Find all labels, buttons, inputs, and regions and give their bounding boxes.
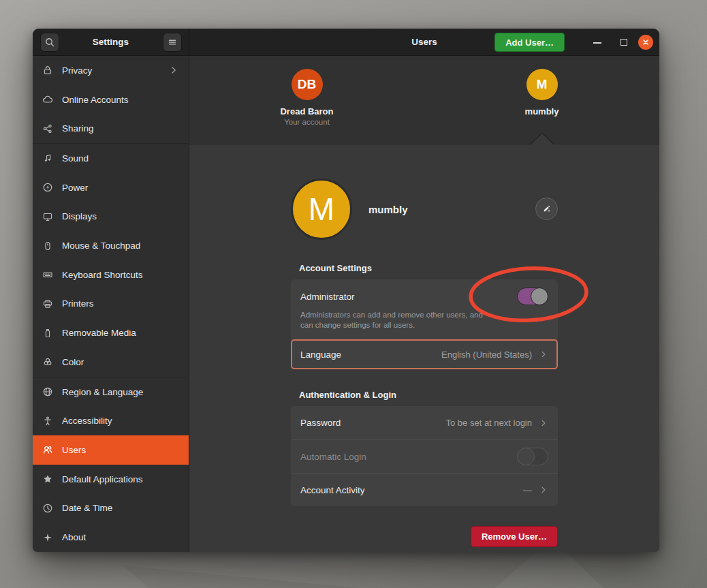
sparkle-icon [42, 532, 53, 543]
chevron-right-icon [539, 418, 548, 428]
menu-button[interactable] [163, 33, 182, 52]
search-button[interactable] [40, 33, 59, 52]
clock-icon [42, 503, 53, 514]
sidebar-item-users[interactable]: Users [33, 435, 189, 465]
automatic-login-row: Automatic Login [291, 439, 558, 473]
sidebar-item-sharing[interactable]: Sharing [33, 114, 189, 143]
display-icon [42, 211, 53, 222]
administrator-description: Administrators can add and remove other … [300, 310, 548, 330]
sidebar-item-default-applications[interactable]: Default Applications [33, 465, 189, 494]
minimize-button[interactable] [593, 42, 601, 44]
sidebar-item-label: Users [62, 445, 86, 455]
sidebar-item-label: Color [62, 357, 84, 367]
sidebar-item-mouse-touchpad[interactable]: Mouse & Touchpad [33, 231, 189, 260]
sidebar-item-removable-media[interactable]: Removable Media [33, 318, 189, 347]
carousel-user-dread-baron[interactable]: DBDread BaronYour account [189, 56, 424, 144]
sidebar-item-sound[interactable]: Sound [33, 144, 189, 173]
sidebar-item-about[interactable]: About [33, 523, 189, 552]
toggle-knob [517, 448, 535, 465]
sidebar-item-power[interactable]: Power [33, 173, 189, 202]
sidebar-item-online-accounts[interactable]: Online Accounts [33, 85, 189, 114]
titlebar-sidebar-section: Settings [33, 29, 189, 55]
sidebar-item-keyboard-shortcuts[interactable]: Keyboard Shortcuts [33, 260, 189, 290]
sidebar-item-privacy[interactable]: Privacy [33, 56, 189, 85]
power-icon [42, 182, 53, 193]
sidebar-item-label: Keyboard Shortcuts [62, 270, 143, 280]
users-icon [42, 444, 53, 455]
user-avatar[interactable]: M [291, 179, 352, 240]
account-activity-value: — [523, 485, 532, 495]
add-user-button[interactable]: Add User… [494, 33, 565, 52]
mouse-icon [42, 241, 53, 251]
avatar: M [527, 69, 558, 100]
edit-icon [541, 204, 552, 214]
sidebar-item-label: Sharing [62, 123, 94, 134]
globe-icon [42, 386, 53, 397]
toggle-knob [531, 288, 548, 305]
lock-icon [42, 65, 53, 76]
edit-name-button[interactable] [535, 198, 558, 220]
printer-icon [42, 298, 53, 309]
user-detail-panel: M mumbly Account Settings Administrator [189, 144, 659, 552]
administrator-label: Administrator [300, 292, 355, 302]
administrator-row: Administrator Administrators can add and… [291, 279, 558, 339]
account-settings-heading: Account Settings [291, 263, 558, 273]
sidebar-item-label: Privacy [62, 65, 92, 76]
star-icon [42, 474, 53, 484]
sidebar-item-color[interactable]: Color [33, 347, 189, 377]
account-activity-label: Account Activity [300, 485, 365, 495]
password-value: To be set at next login [446, 418, 532, 428]
administrator-toggle[interactable] [517, 288, 548, 305]
users-panel: DBDread BaronYour accountMmumbly M mumbl… [189, 56, 659, 552]
user-carousel: DBDread BaronYour accountMmumbly [189, 56, 659, 144]
sidebar-item-label: Online Accounts [62, 95, 129, 105]
maximize-button[interactable] [620, 39, 627, 46]
search-icon [44, 37, 55, 48]
language-row[interactable]: Language English (United States) [291, 339, 558, 369]
removable-media-icon [42, 328, 53, 339]
automatic-login-toggle[interactable] [517, 448, 548, 465]
sidebar-item-label: Sound [62, 153, 89, 164]
sidebar-item-label: Power [62, 183, 88, 193]
password-label: Password [300, 418, 341, 428]
chevron-right-icon [539, 350, 548, 359]
carousel-user-subtitle: Your account [284, 118, 330, 126]
keyboard-icon [42, 269, 53, 280]
auth-login-heading: Authentication & Login [291, 390, 558, 400]
sidebar-item-label: Date & Time [62, 503, 112, 513]
auth-login-card: Password To be set at next login Automat… [291, 406, 558, 506]
language-value: English (United States) [441, 350, 532, 360]
page-title: Users [189, 37, 659, 47]
carousel-pointer [531, 134, 553, 144]
close-button[interactable] [638, 35, 653, 50]
remove-user-button[interactable]: Remove User… [471, 526, 558, 547]
chevron-right-icon [168, 65, 179, 76]
titlebar: Settings Users Add User… [33, 29, 659, 56]
share-icon [42, 123, 53, 134]
sidebar-item-region-language[interactable]: Region & Language [33, 377, 189, 407]
cloud-icon [42, 94, 53, 105]
avatar: DB [292, 69, 323, 100]
sidebar-item-label: Mouse & Touchpad [62, 241, 140, 251]
sidebar-item-label: Removable Media [62, 328, 136, 338]
sidebar-item-date-time[interactable]: Date & Time [33, 494, 189, 523]
sidebar-nav: PrivacyOnline AccountsSharingSoundPowerD… [33, 56, 189, 552]
accessibility-icon [42, 416, 53, 427]
sidebar-item-label: Default Applications [62, 474, 143, 484]
automatic-login-label: Automatic Login [300, 452, 366, 462]
password-row[interactable]: Password To be set at next login [291, 406, 558, 439]
sidebar-item-label: Displays [62, 211, 97, 221]
menu-icon [167, 37, 178, 48]
sidebar-item-label: Accessibility [62, 416, 112, 426]
carousel-user-name: mumbly [525, 106, 559, 117]
sidebar-item-displays[interactable]: Displays [33, 202, 189, 232]
user-header: M mumbly [291, 178, 558, 241]
user-name: mumbly [368, 204, 408, 215]
sidebar-item-accessibility[interactable]: Accessibility [33, 406, 189, 435]
account-activity-row[interactable]: Account Activity — [291, 473, 558, 506]
carousel-user-name: Dread Baron [280, 106, 333, 117]
sidebar-item-printers[interactable]: Printers [33, 290, 189, 319]
chevron-right-icon [539, 485, 548, 495]
carousel-user-mumbly[interactable]: Mmumbly [424, 56, 659, 144]
sidebar-item-label: Region & Language [62, 387, 143, 397]
